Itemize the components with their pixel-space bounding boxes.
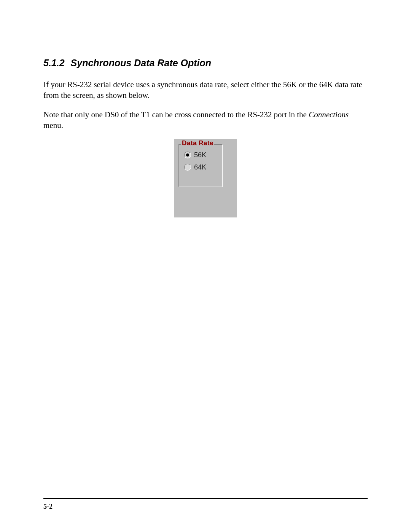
radio-label-64k: 64K <box>194 163 206 171</box>
bottom-horizontal-rule <box>43 498 368 499</box>
section-heading: 5.1.2Synchronous Data Rate Option <box>43 58 368 69</box>
radio-dot-icon <box>186 153 189 157</box>
data-rate-screenshot: Data Rate 56K 64K <box>174 139 237 217</box>
connections-menu-name: Connections <box>309 110 349 119</box>
radio-icon-unselected <box>184 164 191 171</box>
paragraph-2: Note that only one DS0 of the T1 can be … <box>43 109 368 131</box>
radio-option-56k[interactable]: 56K <box>184 150 222 160</box>
page-number: 5-2 <box>43 503 368 511</box>
section-title: Synchronous Data Rate Option <box>71 58 211 68</box>
radio-label-56k: 56K <box>194 151 206 159</box>
paragraph-2-post: menu. <box>43 121 63 130</box>
paragraph-2-pre: Note that only one DS0 of the T1 can be … <box>43 110 309 119</box>
paragraph-1: If your RS-232 serial device uses a sync… <box>43 79 368 101</box>
data-rate-fieldset: Data Rate 56K 64K <box>178 144 223 187</box>
radio-icon-selected <box>184 152 191 158</box>
page-footer: 5-2 <box>43 498 368 511</box>
top-horizontal-rule <box>43 23 368 23</box>
radio-option-64k[interactable]: 64K <box>184 162 222 172</box>
data-rate-legend: Data Rate <box>181 139 214 147</box>
section-number: 5.1.2 <box>43 58 65 68</box>
